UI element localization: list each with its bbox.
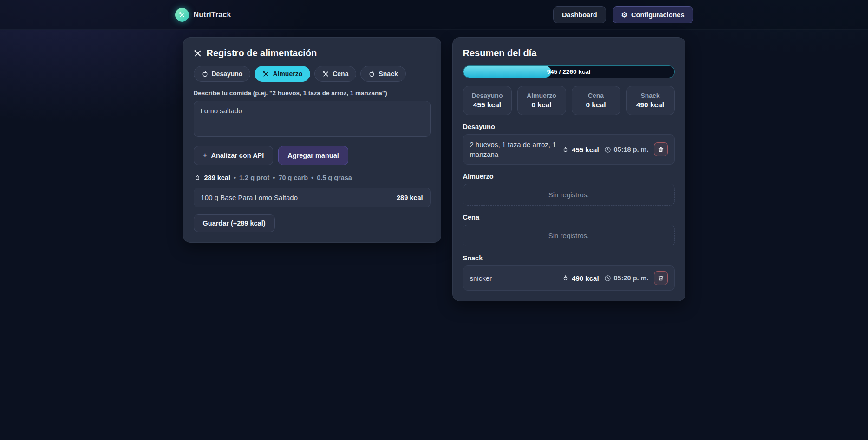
analyze-api-button[interactable]: + Analizar con API — [194, 146, 274, 165]
tab-cena-label: Cena — [333, 70, 348, 78]
total-kcal: 0 kcal — [521, 101, 563, 109]
empty-state: Sin registros. — [463, 225, 675, 246]
save-button-label: Guardar (+289 kcal) — [203, 220, 266, 227]
total-label: Cena — [575, 92, 617, 99]
food-item-kcal: 289 kcal — [397, 194, 423, 201]
food-log-title-text: Registro de alimentación — [207, 48, 317, 58]
add-manual-button-label: Agregar manual — [287, 152, 339, 159]
entry-kcal: 455 kcal — [562, 146, 599, 154]
add-manual-button[interactable]: Agregar manual — [278, 146, 348, 165]
separator: • — [234, 174, 236, 181]
apple-icon — [202, 71, 209, 78]
meal-tabs: Desayuno Almuerzo Cena — [194, 66, 431, 82]
calorie-progress-bar: 945 / 2260 kcal — [463, 65, 675, 78]
entry-kcal: 490 kcal — [562, 274, 599, 282]
entry-text: 2 huevos, 1 taza de arroz, 1 manzana — [470, 140, 557, 159]
empty-state: Sin registros. — [463, 184, 675, 206]
separator: • — [273, 174, 275, 181]
food-log-title: Registro de alimentación — [194, 48, 431, 58]
section-label-cena: Cena — [463, 214, 675, 221]
delete-entry-button[interactable] — [654, 142, 668, 156]
clock-icon — [604, 146, 611, 153]
analyze-api-button-label: Analizar con API — [211, 152, 264, 159]
save-button[interactable]: Guardar (+289 kcal) — [194, 214, 275, 232]
flame-icon — [562, 275, 569, 282]
delete-entry-button[interactable] — [654, 271, 668, 285]
total-kcal: 455 kcal — [466, 101, 509, 109]
trash-icon — [658, 146, 664, 153]
tab-snack-label: Snack — [379, 70, 398, 78]
tab-cena[interactable]: Cena — [314, 66, 356, 82]
section-label-desayuno: Desayuno — [463, 123, 675, 130]
analysis-carbs: 70 g carb — [278, 174, 308, 181]
tab-almuerzo-label: Almuerzo — [273, 70, 302, 78]
entry-time: 05:18 p. m. — [604, 146, 649, 153]
fork-knife-icon — [262, 71, 269, 78]
entry-meta: 455 kcal 05:18 p. m. — [562, 142, 667, 156]
total-box-snack: Snack 490 kcal — [626, 86, 675, 115]
tab-snack[interactable]: Snack — [360, 66, 405, 82]
entry-kcal-text: 455 kcal — [572, 146, 599, 154]
total-box-almuerzo: Almuerzo 0 kcal — [517, 86, 566, 115]
total-box-cena: Cena 0 kcal — [572, 86, 620, 115]
clock-icon — [604, 275, 611, 282]
total-kcal: 0 kcal — [575, 101, 617, 109]
total-label: Almuerzo — [521, 92, 563, 99]
dashboard-button-label: Dashboard — [562, 11, 597, 19]
entry-time: 05:20 p. m. — [604, 274, 649, 282]
section-label-snack: Snack — [463, 254, 675, 262]
food-description-input[interactable]: Lomo saltado — [194, 101, 431, 137]
food-description-label: Describe tu comida (p.ej. "2 huevos, 1 t… — [194, 90, 431, 97]
meal-entry-row: snicker 490 kcal 05: — [463, 265, 675, 291]
total-kcal: 490 kcal — [629, 101, 672, 109]
main-content: Registro de alimentación Desayuno — [183, 37, 685, 301]
analyzed-food-item: 100 g Base Para Lomo Saltado 289 kcal — [194, 188, 431, 207]
flame-icon — [194, 174, 201, 181]
analysis-kcal: 289 kcal — [204, 174, 230, 181]
entry-meta: 490 kcal 05:20 p. m. — [562, 271, 667, 285]
dashboard-button[interactable]: Dashboard — [553, 6, 606, 23]
total-label: Snack — [629, 92, 672, 99]
analysis-protein: 1.2 g prot — [239, 174, 269, 181]
tab-desayuno[interactable]: Desayuno — [194, 66, 251, 82]
separator: • — [311, 174, 313, 181]
settings-button-label: Configuraciones — [631, 11, 684, 19]
section-label-almuerzo: Almuerzo — [463, 173, 675, 180]
brand-name: NutriTrack — [194, 11, 231, 19]
gear-icon: ⚙ — [621, 11, 627, 18]
entry-kcal-text: 490 kcal — [572, 274, 599, 282]
entry-time-text: 05:18 p. m. — [614, 146, 649, 153]
tab-almuerzo[interactable]: Almuerzo — [255, 66, 310, 82]
flame-icon — [562, 146, 569, 153]
settings-button[interactable]: ⚙ Configuraciones — [613, 6, 693, 23]
calorie-progress-label: 945 / 2260 kcal — [463, 66, 674, 78]
meal-entry-row: 2 huevos, 1 taza de arroz, 1 manzana 455… — [463, 134, 675, 165]
food-item-name: 100 g Base Para Lomo Saltado — [201, 194, 298, 201]
analysis-summary: 289 kcal • 1.2 g prot • 70 g carb • 0.5 … — [194, 174, 431, 181]
daily-summary-card: Resumen del día 945 / 2260 kcal Desayuno… — [452, 37, 685, 301]
brand-logo-fork-knife-icon — [175, 8, 189, 22]
plus-icon: + — [203, 151, 208, 160]
total-box-desayuno: Desayuno 455 kcal — [463, 86, 512, 115]
fork-knife-icon — [194, 49, 202, 58]
total-label: Desayuno — [466, 92, 509, 99]
fork-knife-icon — [322, 71, 329, 78]
trash-icon — [658, 275, 664, 281]
action-buttons: + Analizar con API Agregar manual — [194, 146, 431, 165]
entry-text: snicker — [470, 273, 492, 283]
entry-time-text: 05:20 p. m. — [614, 274, 649, 282]
tab-desayuno-label: Desayuno — [212, 70, 243, 78]
header-nav: Dashboard ⚙ Configuraciones — [553, 6, 693, 23]
food-log-card: Registro de alimentación Desayuno — [183, 37, 441, 243]
app-header: NutriTrack Dashboard ⚙ Configuraciones — [0, 0, 868, 30]
brand: NutriTrack — [175, 8, 231, 22]
summary-title: Resumen del día — [463, 48, 675, 58]
analysis-fat: 0.5 g grasa — [317, 174, 352, 181]
apple-icon — [368, 71, 375, 78]
meal-totals: Desayuno 455 kcal Almuerzo 0 kcal Cena 0… — [463, 86, 675, 115]
